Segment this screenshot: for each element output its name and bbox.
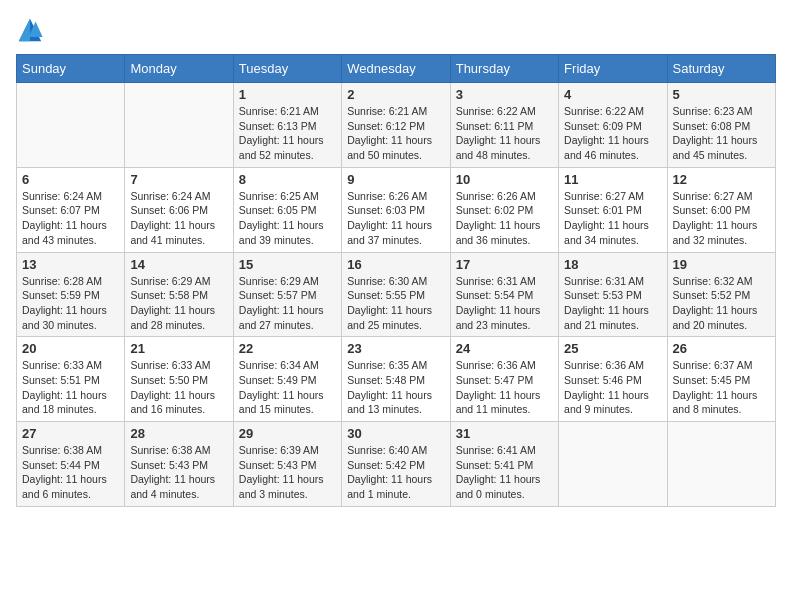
- calendar-cell: 4Sunrise: 6:22 AM Sunset: 6:09 PM Daylig…: [559, 83, 667, 168]
- calendar-cell: 11Sunrise: 6:27 AM Sunset: 6:01 PM Dayli…: [559, 167, 667, 252]
- calendar-cell: 26Sunrise: 6:37 AM Sunset: 5:45 PM Dayli…: [667, 337, 775, 422]
- day-number: 12: [673, 172, 770, 187]
- calendar-cell: 30Sunrise: 6:40 AM Sunset: 5:42 PM Dayli…: [342, 422, 450, 507]
- day-info: Sunrise: 6:33 AM Sunset: 5:51 PM Dayligh…: [22, 358, 119, 417]
- day-info: Sunrise: 6:26 AM Sunset: 6:02 PM Dayligh…: [456, 189, 553, 248]
- day-info: Sunrise: 6:33 AM Sunset: 5:50 PM Dayligh…: [130, 358, 227, 417]
- day-info: Sunrise: 6:41 AM Sunset: 5:41 PM Dayligh…: [456, 443, 553, 502]
- calendar-cell: 17Sunrise: 6:31 AM Sunset: 5:54 PM Dayli…: [450, 252, 558, 337]
- day-number: 21: [130, 341, 227, 356]
- day-info: Sunrise: 6:40 AM Sunset: 5:42 PM Dayligh…: [347, 443, 444, 502]
- header-cell-saturday: Saturday: [667, 55, 775, 83]
- header-cell-tuesday: Tuesday: [233, 55, 341, 83]
- calendar-body: 1Sunrise: 6:21 AM Sunset: 6:13 PM Daylig…: [17, 83, 776, 507]
- day-number: 14: [130, 257, 227, 272]
- header-cell-wednesday: Wednesday: [342, 55, 450, 83]
- calendar-cell: 22Sunrise: 6:34 AM Sunset: 5:49 PM Dayli…: [233, 337, 341, 422]
- calendar-cell: 20Sunrise: 6:33 AM Sunset: 5:51 PM Dayli…: [17, 337, 125, 422]
- day-number: 30: [347, 426, 444, 441]
- day-number: 3: [456, 87, 553, 102]
- day-number: 7: [130, 172, 227, 187]
- day-number: 31: [456, 426, 553, 441]
- day-number: 5: [673, 87, 770, 102]
- header-row: SundayMondayTuesdayWednesdayThursdayFrid…: [17, 55, 776, 83]
- day-number: 20: [22, 341, 119, 356]
- day-number: 4: [564, 87, 661, 102]
- day-info: Sunrise: 6:28 AM Sunset: 5:59 PM Dayligh…: [22, 274, 119, 333]
- day-info: Sunrise: 6:25 AM Sunset: 6:05 PM Dayligh…: [239, 189, 336, 248]
- day-number: 15: [239, 257, 336, 272]
- calendar-cell: [667, 422, 775, 507]
- day-number: 27: [22, 426, 119, 441]
- calendar-cell: 3Sunrise: 6:22 AM Sunset: 6:11 PM Daylig…: [450, 83, 558, 168]
- day-info: Sunrise: 6:37 AM Sunset: 5:45 PM Dayligh…: [673, 358, 770, 417]
- header-cell-sunday: Sunday: [17, 55, 125, 83]
- day-number: 9: [347, 172, 444, 187]
- day-info: Sunrise: 6:38 AM Sunset: 5:44 PM Dayligh…: [22, 443, 119, 502]
- day-info: Sunrise: 6:29 AM Sunset: 5:58 PM Dayligh…: [130, 274, 227, 333]
- calendar-cell: 28Sunrise: 6:38 AM Sunset: 5:43 PM Dayli…: [125, 422, 233, 507]
- day-info: Sunrise: 6:34 AM Sunset: 5:49 PM Dayligh…: [239, 358, 336, 417]
- calendar-table: SundayMondayTuesdayWednesdayThursdayFrid…: [16, 54, 776, 507]
- day-info: Sunrise: 6:39 AM Sunset: 5:43 PM Dayligh…: [239, 443, 336, 502]
- calendar-cell: 10Sunrise: 6:26 AM Sunset: 6:02 PM Dayli…: [450, 167, 558, 252]
- day-number: 24: [456, 341, 553, 356]
- day-number: 8: [239, 172, 336, 187]
- day-info: Sunrise: 6:31 AM Sunset: 5:53 PM Dayligh…: [564, 274, 661, 333]
- day-info: Sunrise: 6:32 AM Sunset: 5:52 PM Dayligh…: [673, 274, 770, 333]
- calendar-cell: 24Sunrise: 6:36 AM Sunset: 5:47 PM Dayli…: [450, 337, 558, 422]
- calendar-cell: [17, 83, 125, 168]
- calendar-cell: 8Sunrise: 6:25 AM Sunset: 6:05 PM Daylig…: [233, 167, 341, 252]
- day-info: Sunrise: 6:29 AM Sunset: 5:57 PM Dayligh…: [239, 274, 336, 333]
- day-info: Sunrise: 6:35 AM Sunset: 5:48 PM Dayligh…: [347, 358, 444, 417]
- day-info: Sunrise: 6:31 AM Sunset: 5:54 PM Dayligh…: [456, 274, 553, 333]
- day-info: Sunrise: 6:21 AM Sunset: 6:12 PM Dayligh…: [347, 104, 444, 163]
- logo: [16, 16, 48, 44]
- week-row-4: 27Sunrise: 6:38 AM Sunset: 5:44 PM Dayli…: [17, 422, 776, 507]
- calendar-cell: 12Sunrise: 6:27 AM Sunset: 6:00 PM Dayli…: [667, 167, 775, 252]
- week-row-1: 6Sunrise: 6:24 AM Sunset: 6:07 PM Daylig…: [17, 167, 776, 252]
- week-row-3: 20Sunrise: 6:33 AM Sunset: 5:51 PM Dayli…: [17, 337, 776, 422]
- day-number: 18: [564, 257, 661, 272]
- day-number: 22: [239, 341, 336, 356]
- day-info: Sunrise: 6:27 AM Sunset: 6:00 PM Dayligh…: [673, 189, 770, 248]
- day-number: 10: [456, 172, 553, 187]
- day-number: 25: [564, 341, 661, 356]
- calendar-cell: 19Sunrise: 6:32 AM Sunset: 5:52 PM Dayli…: [667, 252, 775, 337]
- day-info: Sunrise: 6:23 AM Sunset: 6:08 PM Dayligh…: [673, 104, 770, 163]
- header-cell-monday: Monday: [125, 55, 233, 83]
- calendar-cell: 7Sunrise: 6:24 AM Sunset: 6:06 PM Daylig…: [125, 167, 233, 252]
- calendar-cell: 31Sunrise: 6:41 AM Sunset: 5:41 PM Dayli…: [450, 422, 558, 507]
- day-number: 2: [347, 87, 444, 102]
- calendar-cell: 25Sunrise: 6:36 AM Sunset: 5:46 PM Dayli…: [559, 337, 667, 422]
- day-info: Sunrise: 6:38 AM Sunset: 5:43 PM Dayligh…: [130, 443, 227, 502]
- calendar-cell: 18Sunrise: 6:31 AM Sunset: 5:53 PM Dayli…: [559, 252, 667, 337]
- day-info: Sunrise: 6:24 AM Sunset: 6:07 PM Dayligh…: [22, 189, 119, 248]
- logo-icon: [16, 16, 44, 44]
- day-number: 28: [130, 426, 227, 441]
- header-cell-thursday: Thursday: [450, 55, 558, 83]
- day-info: Sunrise: 6:24 AM Sunset: 6:06 PM Dayligh…: [130, 189, 227, 248]
- calendar-cell: 14Sunrise: 6:29 AM Sunset: 5:58 PM Dayli…: [125, 252, 233, 337]
- calendar-cell: 16Sunrise: 6:30 AM Sunset: 5:55 PM Dayli…: [342, 252, 450, 337]
- day-info: Sunrise: 6:22 AM Sunset: 6:11 PM Dayligh…: [456, 104, 553, 163]
- day-number: 13: [22, 257, 119, 272]
- calendar-cell: [559, 422, 667, 507]
- day-number: 1: [239, 87, 336, 102]
- week-row-0: 1Sunrise: 6:21 AM Sunset: 6:13 PM Daylig…: [17, 83, 776, 168]
- day-info: Sunrise: 6:21 AM Sunset: 6:13 PM Dayligh…: [239, 104, 336, 163]
- calendar-cell: 21Sunrise: 6:33 AM Sunset: 5:50 PM Dayli…: [125, 337, 233, 422]
- calendar-cell: 23Sunrise: 6:35 AM Sunset: 5:48 PM Dayli…: [342, 337, 450, 422]
- week-row-2: 13Sunrise: 6:28 AM Sunset: 5:59 PM Dayli…: [17, 252, 776, 337]
- day-info: Sunrise: 6:36 AM Sunset: 5:47 PM Dayligh…: [456, 358, 553, 417]
- calendar-cell: [125, 83, 233, 168]
- day-number: 11: [564, 172, 661, 187]
- day-info: Sunrise: 6:30 AM Sunset: 5:55 PM Dayligh…: [347, 274, 444, 333]
- day-number: 17: [456, 257, 553, 272]
- calendar-cell: 15Sunrise: 6:29 AM Sunset: 5:57 PM Dayli…: [233, 252, 341, 337]
- day-number: 19: [673, 257, 770, 272]
- calendar-cell: 6Sunrise: 6:24 AM Sunset: 6:07 PM Daylig…: [17, 167, 125, 252]
- day-info: Sunrise: 6:26 AM Sunset: 6:03 PM Dayligh…: [347, 189, 444, 248]
- day-number: 6: [22, 172, 119, 187]
- calendar-cell: 1Sunrise: 6:21 AM Sunset: 6:13 PM Daylig…: [233, 83, 341, 168]
